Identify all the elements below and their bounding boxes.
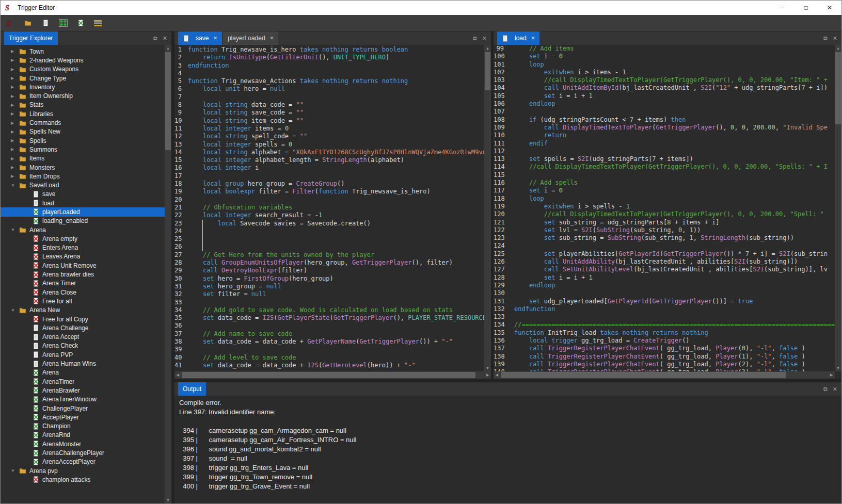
new-category-button[interactable] [22,17,37,30]
scroll-right-icon[interactable]: ▶ [828,371,835,379]
code-line[interactable]: 34 // Add gold to save code. Wood is cal… [174,306,484,314]
code-line[interactable]: 8 local string data_code = "" [174,101,484,109]
code-line[interactable]: 121 set sub_string = udg_stringParts[8 +… [494,219,835,226]
expand-arrow-icon[interactable]: ▶ [11,58,19,62]
tab-load[interactable]: load✕ [497,31,539,45]
code-line[interactable]: 132endfunction [494,305,835,313]
undock-panel-icon[interactable]: ⧉ [153,35,157,42]
tree-item-load[interactable]: load [1,199,165,207]
minimize-button[interactable]: ─ [770,1,794,15]
expand-arrow-icon[interactable]: ▶ [11,76,19,80]
scrollbar-thumb[interactable] [501,372,786,378]
close-tab-icon[interactable]: ✕ [270,36,274,41]
code-line[interactable]: 10 local string item_code = "" [174,117,484,125]
code-line[interactable]: 139 call TriggerRegisterPlayerChatEvent(… [494,361,835,368]
tree-item-champion-attacks[interactable]: champion attacks [1,475,165,484]
code-line[interactable]: 105 set i = i + 1 [494,92,835,100]
tree-item-enters-arena[interactable]: Enters Arena [1,243,165,252]
editor-vertical-scrollbar[interactable]: ▲ ▼ [484,45,491,371]
code-line[interactable]: 116 // Add spells [494,179,835,187]
collapse-arrow-icon[interactable]: ▼ [11,227,19,232]
code-line[interactable]: 100 set i = 0 [494,53,835,60]
scroll-left-icon[interactable]: ◀ [174,371,181,379]
code-line[interactable]: 131 set udg_playerLoaded[GetPlayerId(Get… [494,298,835,305]
code-line[interactable]: 115 [494,171,835,179]
code-line[interactable]: 110 return [494,132,835,139]
code-line[interactable]: 108 if (udg_stringPartsCount < 7 + items… [494,116,835,124]
tree-item-inventory[interactable]: ▶Inventory [1,83,165,91]
editor-horizontal-scrollbar[interactable]: ◀ ▶ [494,371,835,379]
code-line[interactable]: 9 local string save_code = "" [174,109,484,117]
code-line[interactable]: 16 local integer i [174,164,484,172]
collapse-arrow-icon[interactable]: ▼ [11,308,19,313]
code-line[interactable]: 129 endloop [494,282,835,289]
tree-item-arenarnd[interactable]: ArenaRnd [1,431,165,440]
code-line[interactable]: 128 set i = i + 1 [494,274,835,282]
tree-item-summons[interactable]: ▶Summons [1,145,165,154]
code-line[interactable]: 41 set data_code = data_code + I2S(GetHe… [174,362,484,369]
close-panel-icon[interactable]: ✕ [163,35,167,42]
tree-item-arenachallengeplayer[interactable]: ArenaChallengePlayer [1,448,165,457]
code-line[interactable]: 101 loop [494,61,835,69]
tree-item-champion[interactable]: Champion [1,421,165,430]
tree-item-free-for-all-copy[interactable]: Free for all Copy [1,315,165,323]
code-editor-save[interactable]: 1function Trig_newsave_is_hero takes not… [174,46,484,371]
code-line[interactable]: 33 [174,299,484,306]
collapse-arrow-icon[interactable]: ▼ [11,468,19,473]
code-line[interactable]: 18 local group hero_group = CreateGroup(… [174,180,484,188]
code-line[interactable]: 112 [494,148,835,155]
expand-arrow-icon[interactable]: ▶ [11,165,19,170]
tree-item-arenatimer[interactable]: ArenaTimer [1,377,165,386]
close-tab-icon[interactable]: ✕ [213,36,217,41]
trigger-explorer-tab[interactable]: Trigger Explorer [4,31,58,45]
tree-item-arenatimerwindow[interactable]: ArenaTimerWindow [1,395,165,404]
tree-item-arena-close[interactable]: Arena Close [1,288,165,297]
scroll-up-icon[interactable]: ▲ [165,45,171,52]
tree-item-arena-timer[interactable]: Arena Timer [1,279,165,288]
code-line[interactable]: 117 set i = 0 [494,187,835,194]
code-line[interactable]: 37 // Add name to save code [174,330,484,338]
tree-item-spells-new[interactable]: ▶Spells New [1,127,165,136]
code-line[interactable]: 118 loop [494,195,835,203]
code-line[interactable]: 107 [494,108,835,116]
undock-panel-icon[interactable]: ⧉ [823,35,828,42]
code-line[interactable]: 22 local integer search_result = -1 [174,212,484,219]
expand-arrow-icon[interactable]: ▶ [11,49,19,54]
code-line[interactable]: 4 [174,70,484,77]
tree-item-custom-weapons[interactable]: ▶Custom Weapons [1,65,165,74]
tree-item-arena-unit-remove[interactable]: Arena Unit Remove [1,261,165,270]
output-tab[interactable]: Output [178,382,206,396]
code-line[interactable]: 135function InitTrig_load takes nothing … [494,329,835,337]
code-line[interactable]: 23 local Savecode savies = Savecode.crea… [174,220,484,227]
tree-item-items[interactable]: ▶Items [1,154,165,163]
code-line[interactable]: 124 [494,242,835,250]
editor-horizontal-scrollbar[interactable]: ◀ ▶ [174,371,491,379]
tree-item-playerloaded[interactable]: playerLoaded [1,207,165,216]
expand-arrow-icon[interactable]: ▶ [11,147,19,152]
new-script-button[interactable] [75,17,89,30]
expand-arrow-icon[interactable]: ▶ [11,129,19,134]
expand-arrow-icon[interactable]: ▶ [11,67,19,72]
tree-item-arena-challenge[interactable]: Arena Challenge [1,323,165,332]
code-line[interactable]: 30 set hero = FirstOfGroup(hero_group) [174,275,484,283]
expand-arrow-icon[interactable]: ▶ [11,174,19,178]
code-line[interactable]: 19 local boolexpr filter = Filter(functi… [174,188,484,196]
tree-item-acceptplayer[interactable]: AcceptPlayer [1,413,165,421]
code-line[interactable]: 122 set lvl = S2I(SubString(sub_string, … [494,226,835,234]
close-button[interactable]: ✕ [818,1,841,15]
tree-item-libraries[interactable]: ▶Libraries [1,109,165,118]
code-editor-load[interactable]: 99 // Add items100 set i = 0101 loop102 … [494,45,835,371]
tree-item-item-drops[interactable]: ▶Item Drops [1,172,165,181]
tree-item-loading-enabled[interactable]: loading_enabled [1,217,165,225]
code-line[interactable]: 32 set filter = null [174,290,484,298]
code-line[interactable]: 120 //call DisplayTimedTextToPlayer(GetT… [494,210,835,218]
code-line[interactable]: 119 exitwhen i > spells - 1 [494,203,835,210]
code-line[interactable]: 39 [174,346,484,353]
undock-panel-icon[interactable]: ⧉ [473,35,477,42]
code-line[interactable]: 130 [494,289,835,297]
scroll-up-icon[interactable]: ▲ [484,45,491,52]
tree-item-arena-pvp[interactable]: Arena PVP [1,350,165,359]
tree-item-commands[interactable]: ▶Commands [1,118,165,127]
code-line[interactable]: 1function Trig_newsave_is_hero takes not… [174,46,484,54]
code-line[interactable]: 21 // Obfuscation variables [174,204,484,212]
